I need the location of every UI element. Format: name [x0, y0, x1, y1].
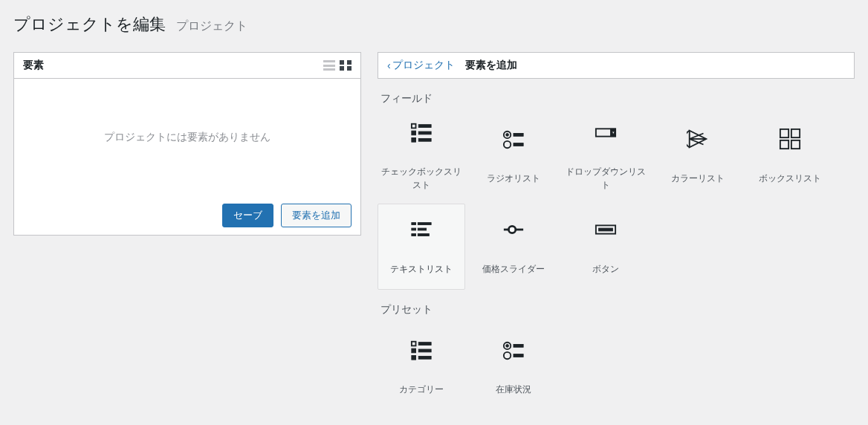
elements-panel: 要素 プロジェクトには要素がありません セーブ 要素を追加	[13, 52, 361, 236]
svg-rect-4	[412, 137, 416, 142]
svg-rect-5	[418, 138, 431, 141]
svg-rect-22	[418, 222, 431, 224]
svg-rect-0	[412, 123, 416, 128]
svg-rect-41	[514, 354, 523, 357]
fields-grid: チェックボックスリスト ラジオリスト ドロップダウンリスト	[378, 113, 855, 290]
tile-color-list[interactable]: カラーリスト	[654, 113, 742, 199]
svg-rect-36	[418, 356, 431, 359]
breadcrumb-back-label: プロジェクト	[392, 59, 455, 72]
tile-box-list[interactable]: ボックスリスト	[746, 113, 834, 199]
tile-label: ドロップダウンリスト	[563, 165, 649, 192]
svg-rect-24	[418, 228, 426, 230]
section-title-presets: プリセット	[378, 290, 855, 324]
tile-label: ラジオリスト	[487, 172, 540, 185]
svg-point-28	[508, 226, 515, 233]
svg-rect-33	[412, 348, 416, 353]
svg-rect-17	[780, 129, 788, 137]
svg-rect-20	[791, 140, 800, 148]
page-subtitle: プロジェクト	[176, 19, 247, 34]
svg-point-40	[504, 351, 511, 358]
svg-rect-26	[418, 233, 429, 236]
svg-rect-19	[780, 140, 788, 148]
breadcrumb-current: 要素を追加	[465, 59, 517, 72]
text-list-icon	[410, 218, 433, 243]
svg-rect-23	[412, 228, 416, 230]
svg-rect-30	[599, 228, 613, 231]
svg-rect-35	[412, 355, 416, 360]
svg-rect-34	[418, 349, 431, 352]
breadcrumb: ‹ プロジェクト 要素を追加	[378, 53, 854, 78]
add-element-panel: ‹ プロジェクト 要素を追加	[378, 52, 855, 79]
svg-point-9	[504, 140, 511, 147]
price-slider-icon	[502, 218, 525, 243]
chevron-left-icon: ‹	[387, 59, 391, 71]
checkbox-list-icon	[410, 339, 433, 363]
svg-point-38	[506, 344, 509, 347]
box-list-icon	[779, 128, 801, 152]
save-button[interactable]: セーブ	[222, 204, 273, 227]
tile-label: ボックスリスト	[759, 172, 821, 185]
svg-rect-21	[412, 222, 416, 224]
tile-radio-list[interactable]: ラジオリスト	[470, 113, 557, 199]
tile-label: 価格スライダー	[482, 262, 545, 276]
svg-rect-1	[418, 124, 431, 127]
section-title-fields: フィールド	[378, 79, 855, 113]
svg-point-7	[506, 133, 509, 136]
svg-rect-10	[514, 143, 523, 146]
svg-rect-39	[514, 344, 523, 347]
tile-label: チェックボックスリスト	[378, 165, 464, 192]
dropdown-list-icon	[595, 121, 617, 146]
tile-label: カラーリスト	[671, 172, 725, 185]
tile-button[interactable]: ボタン	[562, 204, 650, 290]
tile-label: ボタン	[592, 262, 619, 276]
svg-rect-8	[514, 133, 523, 136]
tile-checkbox-list[interactable]: チェックボックスリスト	[378, 113, 465, 199]
radio-list-icon	[502, 339, 525, 363]
grid-view-toggle[interactable]	[340, 60, 352, 71]
tile-label: 在庫状況	[496, 383, 531, 396]
tile-label: テキストリスト	[390, 262, 453, 276]
tile-category[interactable]: カテゴリー	[378, 324, 465, 410]
view-toggle-group	[323, 60, 352, 71]
add-element-button[interactable]: 要素を追加	[281, 204, 352, 227]
svg-rect-3	[418, 132, 431, 134]
tile-label: カテゴリー	[399, 383, 444, 396]
tile-price-slider[interactable]: 価格スライダー	[470, 204, 557, 290]
svg-rect-2	[412, 131, 416, 135]
tile-stock-status[interactable]: 在庫状況	[470, 324, 557, 410]
color-list-icon	[687, 128, 709, 152]
svg-rect-25	[412, 233, 416, 236]
tile-text-list[interactable]: テキストリスト	[378, 204, 465, 290]
svg-rect-32	[418, 342, 431, 345]
svg-rect-31	[412, 341, 416, 345]
presets-grid: カテゴリー 在庫状況	[378, 324, 855, 410]
radio-list-icon	[502, 128, 525, 152]
page-title: プロジェクトを編集	[13, 13, 166, 36]
svg-rect-18	[791, 129, 800, 137]
checkbox-list-icon	[410, 121, 433, 146]
breadcrumb-back-link[interactable]: ‹ プロジェクト	[387, 59, 455, 72]
empty-state-message: プロジェクトには要素がありません	[14, 79, 360, 196]
list-view-toggle[interactable]	[323, 60, 335, 71]
button-icon	[595, 218, 617, 243]
tile-dropdown-list[interactable]: ドロップダウンリスト	[562, 113, 650, 199]
page-header: プロジェクトを編集 プロジェクト	[13, 7, 855, 52]
elements-panel-title: 要素	[23, 59, 44, 72]
